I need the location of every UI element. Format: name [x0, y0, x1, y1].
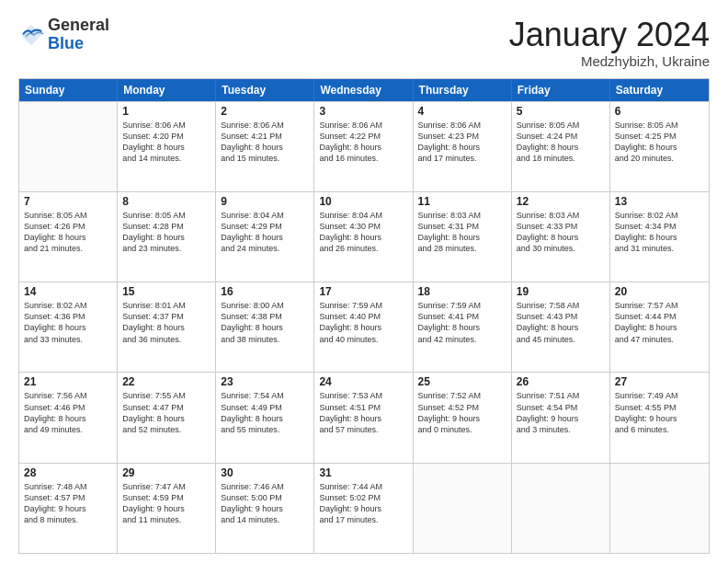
calendar-cell: 24 Sunrise: 7:53 AM Sunset: 4:51 PM Dayl… — [314, 373, 413, 462]
day-number: 1 — [122, 105, 210, 118]
daylight-minutes: and 52 minutes. — [122, 424, 210, 435]
daylight-hours: Daylight: 8 hours — [24, 322, 112, 333]
daylight-minutes: and 3 minutes. — [517, 424, 605, 435]
daylight-hours: Daylight: 8 hours — [615, 142, 704, 153]
daylight-minutes: and 40 minutes. — [319, 334, 407, 345]
calendar-cell — [512, 464, 610, 553]
daylight-minutes: and 17 minutes. — [319, 514, 407, 525]
daylight-minutes: and 8 minutes. — [24, 514, 112, 525]
calendar-cell: 14 Sunrise: 8:02 AM Sunset: 4:36 PM Dayl… — [19, 282, 118, 372]
sunset: Sunset: 4:25 PM — [615, 131, 704, 142]
calendar-cell: 18 Sunrise: 7:59 AM Sunset: 4:41 PM Dayl… — [414, 282, 512, 372]
sunset: Sunset: 4:52 PM — [418, 402, 506, 413]
daylight-hours: Daylight: 8 hours — [615, 232, 704, 243]
day-number: 9 — [221, 195, 309, 208]
sunrise: Sunrise: 8:03 AM — [418, 210, 506, 221]
sunset: Sunset: 4:37 PM — [122, 311, 210, 322]
day-number: 26 — [517, 375, 605, 388]
logo-blue: Blue — [48, 35, 109, 53]
logo-text: General Blue — [48, 17, 109, 53]
calendar-cell: 17 Sunrise: 7:59 AM Sunset: 4:40 PM Dayl… — [314, 282, 413, 372]
sunrise: Sunrise: 8:04 AM — [221, 210, 309, 221]
day-number: 11 — [418, 195, 506, 208]
daylight-hours: Daylight: 8 hours — [221, 232, 309, 243]
daylight-minutes: and 11 minutes. — [122, 514, 210, 525]
sunrise: Sunrise: 7:58 AM — [517, 300, 605, 311]
daylight-hours: Daylight: 9 hours — [221, 503, 309, 514]
calendar-cell: 21 Sunrise: 7:56 AM Sunset: 4:46 PM Dayl… — [19, 373, 118, 462]
calendar-cell: 1 Sunrise: 8:06 AM Sunset: 4:20 PM Dayli… — [118, 102, 216, 191]
daylight-hours: Daylight: 9 hours — [24, 503, 112, 514]
sunrise: Sunrise: 7:49 AM — [615, 390, 704, 401]
sunset: Sunset: 4:24 PM — [517, 131, 605, 142]
daylight-minutes: and 55 minutes. — [221, 424, 309, 435]
sunset: Sunset: 4:36 PM — [24, 311, 112, 322]
daylight-minutes: and 18 minutes. — [517, 153, 605, 164]
header-sunday: Sunday — [19, 79, 118, 101]
sunset: Sunset: 4:46 PM — [24, 402, 112, 413]
day-number: 14 — [24, 285, 112, 298]
day-number: 19 — [517, 285, 605, 298]
daylight-hours: Daylight: 8 hours — [24, 232, 112, 243]
sunset: Sunset: 5:00 PM — [221, 492, 309, 503]
daylight-minutes: and 47 minutes. — [615, 334, 704, 345]
daylight-minutes: and 42 minutes. — [418, 334, 506, 345]
sunset: Sunset: 4:43 PM — [517, 311, 605, 322]
sunset: Sunset: 4:20 PM — [122, 131, 210, 142]
sunset: Sunset: 4:49 PM — [221, 402, 309, 413]
sunrise: Sunrise: 8:06 AM — [122, 120, 210, 131]
daylight-minutes: and 45 minutes. — [517, 334, 605, 345]
calendar-cell — [414, 464, 512, 553]
daylight-hours: Daylight: 8 hours — [418, 322, 506, 333]
daylight-hours: Daylight: 8 hours — [122, 322, 210, 333]
day-number: 21 — [24, 375, 112, 388]
day-number: 3 — [319, 105, 407, 118]
calendar-week-5: 28 Sunrise: 7:48 AM Sunset: 4:57 PM Dayl… — [19, 463, 709, 553]
sunrise: Sunrise: 7:57 AM — [615, 300, 704, 311]
calendar-week-2: 7 Sunrise: 8:05 AM Sunset: 4:26 PM Dayli… — [19, 191, 709, 282]
sunset: Sunset: 4:57 PM — [24, 492, 112, 503]
sunrise: Sunrise: 8:05 AM — [24, 210, 112, 221]
sunset: Sunset: 4:51 PM — [319, 402, 407, 413]
daylight-hours: Daylight: 8 hours — [517, 142, 605, 153]
header-saturday: Saturday — [610, 79, 709, 101]
sunrise: Sunrise: 7:56 AM — [24, 390, 112, 401]
daylight-hours: Daylight: 9 hours — [418, 413, 506, 424]
daylight-minutes: and 33 minutes. — [24, 334, 112, 345]
daylight-minutes: and 24 minutes. — [221, 243, 309, 254]
sunset: Sunset: 4:34 PM — [615, 221, 704, 232]
day-number: 18 — [418, 285, 506, 298]
calendar-header: Sunday Monday Tuesday Wednesday Thursday… — [19, 79, 709, 101]
day-number: 5 — [517, 105, 605, 118]
location: Medzhybizh, Ukraine — [509, 53, 710, 69]
logo: General Blue — [18, 17, 109, 53]
calendar-cell: 30 Sunrise: 7:46 AM Sunset: 5:00 PM Dayl… — [216, 464, 314, 553]
daylight-hours: Daylight: 8 hours — [221, 413, 309, 424]
page: General Blue January 2024 Medzhybizh, Uk… — [0, 0, 728, 563]
daylight-minutes: and 17 minutes. — [418, 153, 506, 164]
day-number: 2 — [221, 105, 309, 118]
daylight-hours: Daylight: 8 hours — [418, 232, 506, 243]
daylight-minutes: and 26 minutes. — [319, 243, 407, 254]
day-number: 7 — [24, 195, 112, 208]
calendar-cell: 10 Sunrise: 8:04 AM Sunset: 4:30 PM Dayl… — [314, 192, 413, 282]
calendar-cell: 27 Sunrise: 7:49 AM Sunset: 4:55 PM Dayl… — [610, 373, 709, 462]
sunrise: Sunrise: 7:59 AM — [418, 300, 506, 311]
calendar-cell: 13 Sunrise: 8:02 AM Sunset: 4:34 PM Dayl… — [610, 192, 709, 282]
calendar-cell: 11 Sunrise: 8:03 AM Sunset: 4:31 PM Dayl… — [414, 192, 512, 282]
logo-general: General — [48, 17, 109, 35]
logo-icon — [18, 22, 44, 48]
daylight-hours: Daylight: 8 hours — [418, 142, 506, 153]
sunrise: Sunrise: 7:52 AM — [418, 390, 506, 401]
sunrise: Sunrise: 7:55 AM — [122, 390, 210, 401]
sunrise: Sunrise: 8:03 AM — [517, 210, 605, 221]
sunset: Sunset: 4:22 PM — [319, 131, 407, 142]
header-tuesday: Tuesday — [216, 79, 314, 101]
calendar-week-1: 1 Sunrise: 8:06 AM Sunset: 4:20 PM Dayli… — [19, 101, 709, 191]
sunrise: Sunrise: 7:47 AM — [122, 481, 210, 492]
sunrise: Sunrise: 8:05 AM — [122, 210, 210, 221]
calendar-cell: 16 Sunrise: 8:00 AM Sunset: 4:38 PM Dayl… — [216, 282, 314, 372]
calendar-cell: 26 Sunrise: 7:51 AM Sunset: 4:54 PM Dayl… — [512, 373, 610, 462]
sunrise: Sunrise: 8:06 AM — [319, 120, 407, 131]
calendar-cell: 2 Sunrise: 8:06 AM Sunset: 4:21 PM Dayli… — [216, 102, 314, 191]
